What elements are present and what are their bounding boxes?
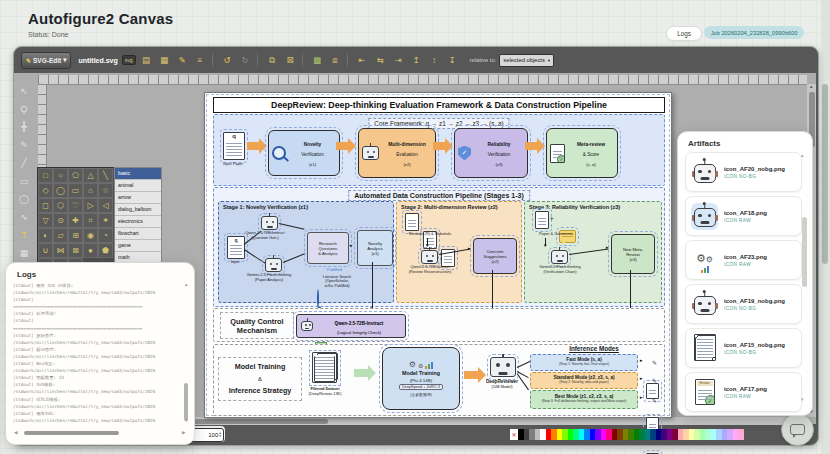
scroll-up-icon[interactable]: ▲ [809,85,813,89]
shape-button[interactable]: ✶ [98,213,113,228]
line-tool[interactable]: ╱ [15,154,33,171]
shape-button[interactable]: ● [83,243,98,258]
shape-button[interactable]: ✚ [68,213,83,228]
shape-button[interactable]: ◁ [98,198,113,213]
log-line: [stdout] 处理完成! [13,310,181,317]
page-scrollbar-thumb[interactable] [822,84,828,264]
insert-image-icon[interactable]: ▦ [157,53,172,67]
app-root: Autofigure2 Canvas Status: Done Logs Job… [0,0,830,454]
logs-vscroll-thumb[interactable] [184,383,188,421]
shape-button[interactable]: ∪ [38,243,53,258]
shape-category[interactable]: arrow [115,192,161,204]
text-tool[interactable]: T [15,226,33,243]
zoom-value: 100 [208,432,218,438]
shape-button[interactable]: ⋈ [53,243,68,258]
shape-button[interactable]: ⊠ [68,243,83,258]
scroll-up-icon[interactable]: ▲ [184,283,188,287]
align-middle-icon[interactable]: ↕ [427,53,442,67]
shape-button[interactable]: ⌂ [83,183,98,198]
scroll-down-icon[interactable]: ▼ [800,398,804,402]
align-right-icon[interactable]: ⇥ [391,53,406,67]
shape-button[interactable]: ▱ [53,228,68,243]
palette-swatch[interactable] [738,429,744,440]
shape-button[interactable]: ⬡ [53,198,68,213]
stepper-down-icon[interactable]: ▾ [219,435,221,438]
artifact-card[interactable]: icon_AF20_nobg.pngICON NO-BG [685,152,802,192]
scroll-left-icon[interactable]: ◀ [14,431,17,435]
delete-icon[interactable]: ⊠ [283,53,298,67]
align-top-icon[interactable]: ↥ [409,53,424,67]
shape-button[interactable]: ◔ [98,228,113,243]
shape-category[interactable]: animal [115,180,161,192]
ellipse-tool[interactable]: ◯ [15,190,33,207]
artifacts-scroll-thumb[interactable] [802,217,807,287]
canvas-page[interactable]: DeepReview: Deep-thinking Evaluation Fra… [204,92,672,418]
redo-icon[interactable]: ↻ [238,53,253,67]
align-left-icon[interactable]: ⇤ [355,53,370,67]
layers-icon[interactable]: ≡ [193,53,208,67]
relative-to-value: selected objects [503,57,545,63]
shape-button[interactable]: ⬟ [98,243,113,258]
pan-tool[interactable]: ╋ [15,118,33,135]
image-tool[interactable]: ▦ [15,244,33,261]
shape-button[interactable]: ◉ [83,228,98,243]
undo-icon[interactable]: ↺ [220,53,235,67]
shape-category[interactable]: flowchart [115,228,161,240]
shape-button[interactable]: ♡ [68,198,83,213]
job-id-button[interactable]: Job 20260204_232828_0990b600 [704,26,804,39]
shape-button[interactable]: ⬠ [68,168,83,183]
clone-icon[interactable]: ⧉ [265,53,280,67]
shape-button[interactable]: ⊙ [53,213,68,228]
shape-button[interactable]: ◇ [38,183,53,198]
flow-arrow-icon [336,142,349,150]
rect-tool[interactable]: ▭ [15,172,33,189]
shape-button[interactable]: ⌗ [83,213,98,228]
shape-button[interactable]: □ [38,168,53,183]
select-tool[interactable]: ↖ [15,82,33,99]
shape-button[interactable]: ◻ [38,198,53,213]
logs-hscroll-thumb[interactable] [24,431,119,435]
zoom-stepper[interactable]: ▴▾ [219,432,221,438]
main-menu-button[interactable]: ✎ SVG-Edit ▾ [21,52,71,69]
shape-button[interactable]: ☆ [98,183,113,198]
align-bottom-icon[interactable]: ↧ [445,53,460,67]
shape-button[interactable]: ▽ [38,213,53,228]
artifact-card[interactable]: Review✓ icon_AF17.pngICON RAW [685,372,802,412]
robot-gear-icon [362,146,379,160]
shape-button[interactable]: ▭ [68,183,83,198]
log-line: /ssdwork/air/linchen/rebuttal/try_new/sa… [13,339,181,346]
new-document-icon[interactable]: ▤ [139,53,154,67]
shape-button[interactable]: ◐ [38,228,53,243]
shape-button[interactable]: ⊞ [68,228,83,243]
artifact-card[interactable]: ⚙⚙ icon_AF23.pngICON RAW [685,240,802,280]
edit-source-icon[interactable]: ✎ [175,53,190,67]
zoom-tool[interactable]: Ϙ [15,100,33,117]
align-center-icon[interactable]: ⇆ [373,53,388,67]
shape-button[interactable]: ▷ [83,198,98,213]
relative-to-dropdown[interactable]: selected objects ▾ [499,54,554,67]
artifact-card[interactable]: icon_AF15_nobg.pngICON NO-BG [685,328,802,368]
artifact-card[interactable]: icon_AF19_nobg.pngICON NO-BG [685,284,802,324]
path-tool[interactable]: ∿ [15,208,33,225]
scroll-down-icon[interactable]: ▼ [184,419,188,423]
group-icon[interactable]: ▩ [310,53,325,67]
shape-button[interactable]: △ [83,168,98,183]
model-training-box: ⚙ ⚙ Model Training (Phi-4 14B) DeepSpeed… [382,347,460,410]
logs-button[interactable]: Logs [666,26,702,41]
scroll-up-icon[interactable]: ▲ [800,154,804,158]
pencil-tool[interactable]: ✎ [15,136,33,153]
shape-button[interactable]: ╲ [98,168,113,183]
artifact-card[interactable]: icon_AF18.pngICON RAW [685,196,802,236]
shape-category[interactable]: game [115,240,161,252]
link-icon[interactable]: ⧈ [328,53,343,67]
shape-button[interactable]: ◯ [53,183,68,198]
robot-icon [693,204,717,228]
shape-button[interactable]: ○ [53,168,68,183]
no-color-swatch[interactable]: ✕ [510,429,518,440]
shape-category[interactable]: dialog_balloon [115,204,161,216]
shape-category[interactable]: basic [115,168,161,180]
zoom-input[interactable]: 100 ▴▾ [190,428,224,442]
scroll-right-icon[interactable]: ▶ [182,431,185,435]
chat-button[interactable] [781,413,814,446]
shape-category[interactable]: electronics [115,216,161,228]
